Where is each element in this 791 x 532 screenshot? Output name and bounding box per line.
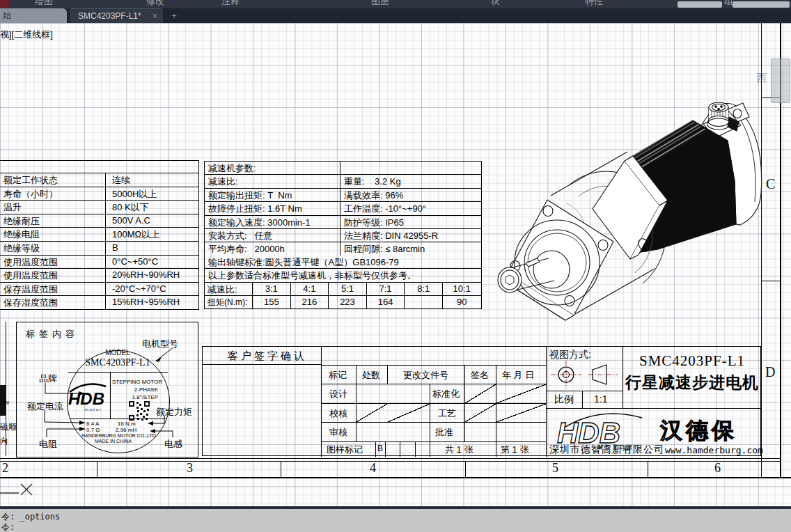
- reducer-left-cell: 故障停止扭矩: 1.6T Nm: [205, 202, 340, 214]
- new-tab-button[interactable]: +: [169, 10, 180, 22]
- command-input-line[interactable]: 令:: [1, 522, 15, 532]
- spec-label: 绝缘耐压: [0, 214, 106, 228]
- document-tab-bar: 始 SMC4203PF-L1* × +: [0, 8, 791, 23]
- spec-value: 5000H以上: [106, 187, 198, 201]
- tab-start[interactable]: 始: [0, 8, 67, 23]
- fragment-text: 磁顺: [0, 421, 17, 433]
- table-row: 减速比: 重量: 3.2 Kg: [205, 175, 481, 188]
- spec-value: -20°C~+70°C: [106, 283, 198, 296]
- spec-value: 80 K以下: [106, 201, 198, 214]
- reducer-left-cell: 安装方式: 任意: [205, 229, 340, 242]
- torque-row: 扭矩(N.m): 15521622316490: [205, 296, 481, 308]
- ratio-value: 5:1: [329, 283, 367, 295]
- company-name: 深圳市德智高新有限公司: [549, 444, 664, 456]
- row-process: 工艺: [438, 407, 456, 420]
- navigation-bar[interactable]: [771, 58, 790, 103]
- spec-table: 额定工作状态 连续 寿命（小时） 5000H以上 温升 80 K以下 绝缘耐压 …: [0, 160, 199, 310]
- spec-label: 寿命（小时）: [0, 187, 106, 201]
- scale-value: 1:1: [594, 393, 607, 405]
- table-row: 平均寿命: 20000h 回程间隙: ≤ 8arcmin: [205, 242, 481, 255]
- hdr-docno: 更改文件号: [403, 369, 448, 382]
- fragment-text: 向: [0, 435, 8, 447]
- ribbon-panel-label[interactable]: 修改: [146, 0, 164, 8]
- ribbon-button[interactable]: [678, 1, 722, 8]
- torque-value: 155: [253, 296, 291, 308]
- tab-document[interactable]: SMC4203PF-L1* ×: [70, 8, 163, 23]
- brand-cn-outline: 汉德保: [659, 415, 760, 444]
- table-row: 减速机参数:: [205, 162, 481, 175]
- sheet-number: 第 1 张: [501, 444, 528, 456]
- reducer-right-cell: 工作温度: -10°~+90°: [340, 202, 481, 214]
- ratio-value: 3:1: [253, 283, 291, 295]
- ribbon-button[interactable]: [733, 1, 790, 8]
- ribbon-bar: 绘图修改注释图层块特性组: [0, 0, 791, 8]
- ribbon-panel-label[interactable]: 图层: [371, 0, 389, 8]
- title-product-name: 行星减速步进电机: [622, 372, 762, 393]
- ribbon-panel-label[interactable]: 注释: [221, 0, 240, 8]
- ratio-value: 8:1: [405, 283, 443, 295]
- reducer-left-cell: 减速比:: [205, 175, 340, 187]
- drawing-mark-label: 图样标记: [327, 444, 363, 456]
- table-row: 温升 80 K以下: [0, 201, 198, 214]
- ribbon-panel-label[interactable]: 绘图: [35, 0, 53, 8]
- spec-value: B: [106, 242, 198, 255]
- reducer-left-cell: 平均寿命: 20000h: [205, 242, 340, 255]
- hdr-count: 处数: [362, 369, 380, 382]
- ribbon-panel-label[interactable]: 块: [491, 0, 500, 8]
- spec-table-header-strip: [0, 161, 198, 173]
- reducer-rows: 减速比: 重量: 3.2 Kg 额定输出扭矩: T Nm 满载效率: 96% 故…: [205, 175, 481, 255]
- reducer-left-cell: 额定输入速度: 3000min-1: [205, 216, 340, 228]
- close-icon[interactable]: ×: [152, 9, 157, 23]
- ribbon-panel-label[interactable]: 特性: [585, 0, 603, 8]
- title-model: SMC4203PF-L1: [622, 352, 762, 370]
- zone-number: 2: [2, 461, 8, 476]
- table-row: 使用温度范围 20%RH~90%RH: [0, 269, 198, 283]
- table-row: 保存湿度范围 15%RH~95%RH: [0, 296, 198, 309]
- row-audit: 审核: [329, 426, 347, 439]
- title-block: 客户签字确认 标记 处数 更改文件号 签名 年 月 日 设计 校核 审核 标准化…: [202, 346, 761, 456]
- svg-text:汉德保: 汉德保: [659, 418, 737, 443]
- row-design: 设计: [329, 388, 347, 400]
- viewcube-west-label[interactable]: 西: [756, 72, 767, 85]
- reducer-right-cell: 回程间隙: ≤ 8arcmin: [340, 242, 481, 255]
- ratio-value: 10:1: [443, 283, 481, 295]
- table-row: 绝缘电阻 100MΩ以上: [0, 228, 198, 242]
- hdr-mark: 标记: [329, 369, 347, 382]
- table-row: 寿命（小时） 5000H以上: [0, 187, 198, 201]
- row-check: 校核: [329, 407, 347, 420]
- ratio-value: 7:1: [367, 283, 405, 295]
- reducer-right-cell: 重量: 3.2 Kg: [340, 175, 481, 187]
- ucs-icon: [0, 479, 42, 500]
- table-row: 安装方式: 任意 法兰精度: DIN 42955-R: [205, 229, 481, 242]
- drawing-canvas[interactable]: 视][二维线框] 额定工作状态 连续 寿命（小时） 5000H以上 温升 80 …: [0, 23, 791, 506]
- tab-start-label: 始: [3, 10, 11, 20]
- torque-value: 216: [291, 296, 329, 308]
- spec-value: 15%RH~95%RH: [106, 296, 198, 309]
- ribbon-panel-labels: 绘图修改注释图层块特性组: [0, 0, 791, 8]
- spec-label: 保存湿度范围: [0, 296, 106, 309]
- drawing-mark-value: B: [377, 444, 383, 453]
- reducer-right-cell: 满载效率: 96%: [340, 189, 481, 201]
- nameplate-section: 标签内容 MODEL SMC4203PF-L1 HDB motor STEPPI…: [16, 322, 198, 457]
- reducer-title: 减速机参数:: [205, 162, 340, 174]
- zone-number: 5: [552, 461, 558, 476]
- table-row: 保存温度范围 -20°C~+70°C: [0, 283, 198, 297]
- spec-value: 100MΩ以上: [106, 228, 198, 241]
- motor-drawing: [484, 97, 787, 327]
- spec-label: 温升: [0, 201, 106, 214]
- zone-number: 3: [187, 461, 193, 476]
- viewport-label[interactable]: 视][二维线框]: [0, 29, 53, 41]
- spec-table-rows: 额定工作状态 连续 寿命（小时） 5000H以上 温升 80 K以下 绝缘耐压 …: [0, 173, 198, 309]
- command-line-panel[interactable]: 令: _options 令:: [0, 509, 791, 532]
- reducer-note: 以上参数适合标准型号减速机，非标型号仅供参考。: [205, 269, 481, 281]
- table-row: 额定工作状态 连续: [0, 173, 198, 187]
- scale-label: 比例: [554, 393, 574, 406]
- table-row: 额定输出扭矩: T Nm 满载效率: 96%: [205, 189, 481, 202]
- tab-document-label: SMC4203PF-L1*: [78, 11, 141, 21]
- spec-label: 保存温度范围: [0, 283, 106, 296]
- spec-value: 20%RH~90%RH: [106, 269, 198, 282]
- spec-value: 0°C~+50°C: [106, 256, 198, 269]
- projection-symbol: [548, 359, 620, 390]
- hdr-date: 年 月 日: [502, 369, 534, 382]
- callout-leaders: [17, 322, 198, 457]
